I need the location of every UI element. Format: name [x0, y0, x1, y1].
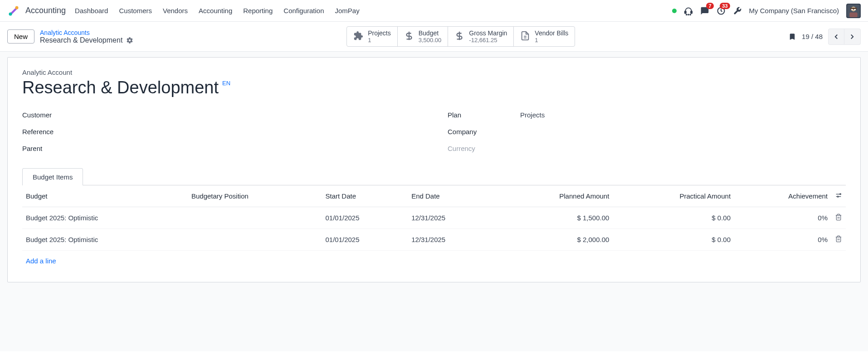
pager-counter[interactable]: 19 / 48 — [802, 33, 823, 40]
nav-configuration[interactable]: Configuration — [283, 7, 324, 15]
nav-customers[interactable]: Customers — [119, 7, 152, 15]
svg-rect-12 — [851, 9, 853, 10]
cell-position[interactable] — [188, 229, 322, 251]
breadcrumb: Analytic Accounts Research & Development — [40, 29, 133, 44]
section-label: Analytic Account — [22, 68, 846, 76]
nav-dashboard[interactable]: Dashboard — [75, 7, 108, 15]
field-reference-label: Reference — [22, 128, 95, 136]
svg-rect-4 — [691, 11, 692, 14]
nav-accounting[interactable]: Accounting — [199, 7, 232, 15]
gear-icon[interactable] — [126, 37, 133, 44]
puzzle-icon — [353, 31, 363, 42]
bookmark-icon[interactable] — [788, 33, 796, 41]
cell-budget[interactable]: Budget 2025: Optimistic — [22, 229, 188, 251]
stat-margin[interactable]: Gross Margin -12,661.25 — [448, 27, 514, 46]
stat-bills-label: Vendor Bills — [535, 29, 568, 37]
stat-vendor-bills[interactable]: Vendor Bills 1 — [514, 27, 575, 46]
field-parent-label: Parent — [22, 145, 95, 152]
field-company-label: Company — [448, 128, 520, 136]
stat-projects-label: Projects — [368, 29, 391, 37]
messages-badge: 7 — [706, 3, 713, 9]
table-row[interactable]: Budget 2025: Optimistic 01/01/2025 12/31… — [22, 207, 846, 229]
field-currency[interactable]: Currency — [448, 140, 846, 157]
cell-achievement[interactable]: 0% — [734, 207, 831, 229]
nav-vendors[interactable]: Vendors — [163, 7, 188, 15]
cell-planned[interactable]: $ 2,000.00 — [494, 229, 613, 251]
status-dot-icon[interactable] — [672, 9, 677, 13]
tools-icon[interactable] — [733, 6, 742, 15]
breadcrumb-parent[interactable]: Analytic Accounts — [40, 29, 133, 36]
new-button[interactable]: New — [7, 29, 34, 44]
field-reference[interactable]: Reference — [22, 123, 420, 140]
breadcrumb-current-text: Research & Development — [40, 36, 122, 44]
th-start[interactable]: Start Date — [322, 185, 408, 207]
th-planned[interactable]: Planned Amount — [494, 185, 613, 207]
nav-reporting[interactable]: Reporting — [243, 7, 273, 15]
form-sheet: Analytic Account Research & Development … — [7, 57, 861, 282]
support-icon[interactable] — [684, 6, 693, 15]
stat-margin-label: Gross Margin — [469, 29, 507, 37]
dollar-icon — [454, 31, 464, 42]
activities-badge: 33 — [720, 3, 730, 9]
pager: 19 / 48 — [788, 29, 861, 45]
chevron-left-icon — [832, 33, 840, 41]
trash-icon[interactable] — [835, 236, 842, 244]
cell-practical[interactable]: $ 0.00 — [613, 229, 734, 251]
cell-practical[interactable]: $ 0.00 — [613, 207, 734, 229]
language-badge[interactable]: EN — [222, 80, 230, 87]
svg-point-1 — [9, 12, 12, 15]
activities-icon[interactable]: 33 — [717, 6, 726, 15]
th-position[interactable]: Budgetary Position — [188, 185, 322, 207]
stat-margin-value: -12,661.25 — [469, 37, 507, 44]
company-switcher[interactable]: My Company (San Francisco) — [749, 7, 839, 15]
th-options[interactable] — [831, 185, 846, 207]
tab-budget-items[interactable]: Budget Items — [22, 168, 83, 185]
cell-budget[interactable]: Budget 2025: Optimistic — [22, 207, 188, 229]
field-customer[interactable]: Customer — [22, 107, 420, 123]
cell-start[interactable]: 01/01/2025 — [322, 207, 408, 229]
record-title[interactable]: Research & Development — [22, 78, 219, 97]
field-currency-label: Currency — [448, 145, 520, 152]
field-company[interactable]: Company — [448, 123, 846, 140]
svg-point-5 — [686, 14, 687, 15]
stat-budget[interactable]: Budget 3,500.00 — [398, 27, 449, 46]
pager-next-button[interactable] — [844, 29, 861, 45]
stat-bills-value: 1 — [535, 37, 568, 44]
th-budget[interactable]: Budget — [22, 185, 188, 207]
document-icon — [520, 31, 530, 42]
chevron-right-icon — [848, 33, 856, 41]
stat-budget-value: 3,500.00 — [419, 37, 442, 44]
dollar-icon — [404, 31, 414, 42]
tabs: Budget Items — [22, 168, 846, 185]
breadcrumb-current: Research & Development — [40, 36, 133, 44]
svg-point-16 — [837, 196, 839, 197]
svg-point-6 — [688, 14, 689, 15]
add-line-row[interactable]: Add a line — [22, 251, 846, 272]
cell-start[interactable]: 01/01/2025 — [322, 229, 408, 251]
th-achievement[interactable]: Achievement — [734, 185, 831, 207]
cell-end[interactable]: 12/31/2025 — [408, 207, 494, 229]
user-avatar[interactable] — [846, 4, 861, 18]
add-line-label[interactable]: Add a line — [22, 251, 846, 272]
cell-end[interactable]: 12/31/2025 — [408, 229, 494, 251]
app-name[interactable]: Accounting — [25, 6, 66, 15]
th-end[interactable]: End Date — [408, 185, 494, 207]
svg-point-2 — [15, 6, 19, 9]
table-row[interactable]: Budget 2025: Optimistic 01/01/2025 12/31… — [22, 229, 846, 251]
stat-boxes: Projects 1 Budget 3,500.00 Gross Margin … — [346, 26, 575, 47]
trash-icon[interactable] — [835, 214, 842, 222]
stat-projects[interactable]: Projects 1 — [347, 27, 398, 46]
pager-prev-button[interactable] — [828, 29, 844, 45]
svg-point-7 — [690, 14, 691, 15]
cell-achievement[interactable]: 0% — [734, 229, 831, 251]
svg-point-15 — [840, 194, 841, 195]
field-plan[interactable]: Plan Projects — [448, 107, 846, 123]
messages-icon[interactable]: 7 — [700, 6, 709, 15]
cell-planned[interactable]: $ 1,500.00 — [494, 207, 613, 229]
app-logo-icon — [7, 5, 20, 17]
nav-jompay[interactable]: JomPay — [335, 7, 360, 15]
field-plan-value: Projects — [520, 111, 545, 119]
th-practical[interactable]: Practical Amount — [613, 185, 734, 207]
cell-position[interactable] — [188, 207, 322, 229]
field-parent[interactable]: Parent — [22, 140, 420, 157]
